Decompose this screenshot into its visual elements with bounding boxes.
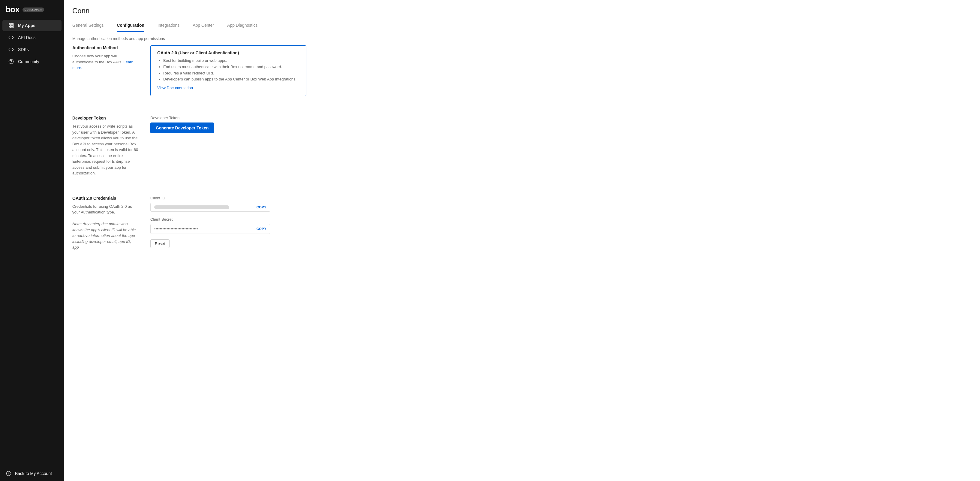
oauth-bullet: Developers can publish apps to the App C… <box>163 76 299 83</box>
svg-rect-4 <box>11 25 12 26</box>
client-id-redacted <box>154 205 229 209</box>
oauth-bullet-list: Best for building mobile or web apps. En… <box>157 57 299 83</box>
oauth-card[interactable]: OAuth 2.0 (User or Client Authentication… <box>150 45 306 96</box>
config-content: Authentication Method Choose how your ap… <box>64 45 980 282</box>
code-icon <box>8 35 14 40</box>
page-header: Conn General Settings Configuration Inte… <box>64 0 980 32</box>
svg-rect-2 <box>12 24 13 25</box>
auth-side-desc: Choose how your app will authenticate to… <box>72 53 138 71</box>
generate-developer-token-button[interactable]: Generate Developer Token <box>150 123 214 133</box>
svg-rect-5 <box>12 25 13 26</box>
client-secret-label: Client Secret <box>150 217 306 221</box>
help-icon <box>8 59 14 64</box>
creds-side-desc: Credentials for using OAuth 2.0 as your … <box>72 204 138 250</box>
sidebar-item-label: SDKs <box>18 47 29 52</box>
brand-logo: box <box>5 5 19 14</box>
page-title: Conn <box>72 6 972 15</box>
grid-icon <box>8 23 14 28</box>
main-content: Conn General Settings Configuration Inte… <box>64 0 980 481</box>
back-label: Back to My Account <box>15 471 52 476</box>
oauth-bullet: Best for building mobile or web apps. <box>163 57 299 64</box>
svg-rect-7 <box>11 27 12 28</box>
tab-app-diagnostics[interactable]: App Diagnostics <box>227 21 258 32</box>
token-side-title: Developer Token <box>72 116 138 120</box>
svg-rect-1 <box>11 24 12 25</box>
tab-app-center[interactable]: App Center <box>192 21 214 32</box>
sidebar: box DEVELOPER My Apps API Docs SDKs Com <box>0 0 64 481</box>
back-to-account[interactable]: Back to My Account <box>0 466 64 481</box>
copy-client-secret-button[interactable]: COPY <box>253 227 266 231</box>
sidebar-item-label: My Apps <box>18 23 35 28</box>
code-icon <box>8 47 14 52</box>
client-id-field: Client ID COPY <box>150 196 306 212</box>
tab-general-settings[interactable]: General Settings <box>72 21 103 32</box>
client-id-box: COPY <box>150 203 270 212</box>
svg-rect-0 <box>9 24 10 25</box>
oauth-bullet: End users must authenticate with their B… <box>163 64 299 70</box>
creds-note: Note: Any enterprise admin who knows the… <box>72 221 136 250</box>
svg-point-11 <box>6 471 11 476</box>
svg-rect-3 <box>9 25 10 26</box>
config-subheader: Manage authentication methods and app pe… <box>64 32 980 45</box>
auth-side-title: Authentication Method <box>72 45 138 50</box>
creds-side-title: OAuth 2.0 Credentials <box>72 196 138 201</box>
section-auth-method: Authentication Method Choose how your ap… <box>72 45 972 107</box>
tabs: General Settings Configuration Integrati… <box>72 21 972 32</box>
section-developer-token: Developer Token Test your access or writ… <box>72 116 972 187</box>
client-id-label: Client ID <box>150 196 306 200</box>
auth-desc-text: Choose how your app will authenticate to… <box>72 54 124 64</box>
sidebar-item-community[interactable]: Community <box>2 56 62 67</box>
developer-badge: DEVELOPER <box>22 8 44 12</box>
svg-rect-8 <box>12 27 13 28</box>
back-arrow-icon <box>6 471 11 476</box>
view-documentation-link[interactable]: View Documentation <box>157 86 193 90</box>
token-side-desc: Test your access or write scripts as you… <box>72 123 138 176</box>
client-secret-box: •••••••••••••••••••••••••••••••• COPY <box>150 224 270 234</box>
oauth-card-title: OAuth 2.0 (User or Client Authentication… <box>157 51 299 55</box>
svg-rect-6 <box>9 27 10 28</box>
token-field-label: Developer Token <box>150 116 306 120</box>
creds-desc-text: Credentials for using OAuth 2.0 as your … <box>72 204 132 215</box>
sidebar-item-api-docs[interactable]: API Docs <box>2 32 62 43</box>
sidebar-item-sdks[interactable]: SDKs <box>2 44 62 55</box>
reset-credentials-button[interactable]: Reset <box>150 239 170 248</box>
sidebar-nav: My Apps API Docs SDKs Community <box>0 17 64 70</box>
client-secret-value: •••••••••••••••••••••••••••••••• <box>154 227 198 231</box>
client-secret-field: Client Secret ••••••••••••••••••••••••••… <box>150 217 306 234</box>
oauth-bullet: Requires a valid redirect URI. <box>163 70 299 76</box>
sidebar-brand: box DEVELOPER <box>0 0 64 17</box>
tab-configuration[interactable]: Configuration <box>117 21 144 32</box>
tab-integrations[interactable]: Integrations <box>158 21 180 32</box>
sidebar-item-my-apps[interactable]: My Apps <box>2 20 62 31</box>
sidebar-item-label: API Docs <box>18 35 35 40</box>
copy-client-id-button[interactable]: COPY <box>253 205 266 209</box>
section-oauth-credentials: OAuth 2.0 Credentials Credentials for us… <box>72 196 972 261</box>
sidebar-item-label: Community <box>18 59 39 64</box>
